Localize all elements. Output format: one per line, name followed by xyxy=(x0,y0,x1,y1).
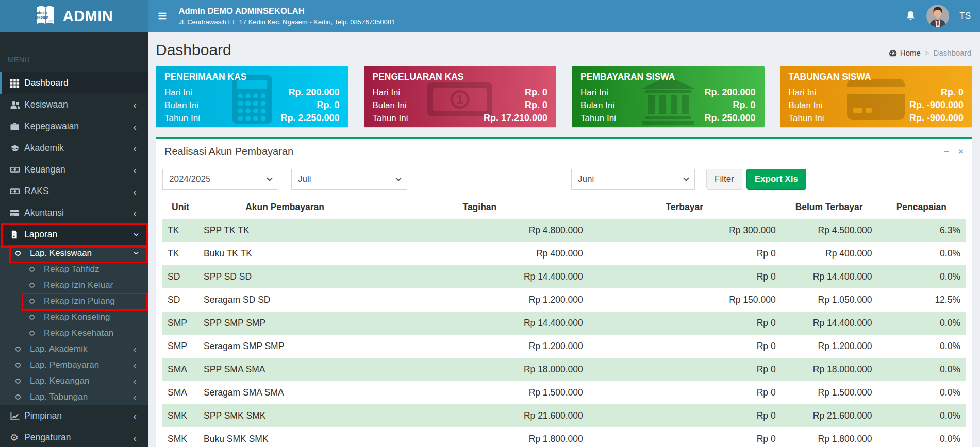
cell-pencapaian: 12.5% xyxy=(877,288,966,312)
sidebar-item-rekap-konseling[interactable]: Rekap Konseling xyxy=(0,309,148,325)
content-header: Dashboard Home > Dashboard xyxy=(156,32,972,66)
file-text-icon xyxy=(10,230,24,239)
circle-o-icon xyxy=(29,299,44,304)
sidebar-item-label: Pengaturan xyxy=(24,432,71,443)
cell-akun-pembayaran: SPP SMA SMA xyxy=(198,358,371,381)
info-box-period-label: Hari Ini xyxy=(373,86,401,99)
chevron-left-icon: ‹ xyxy=(133,164,137,175)
cell-akun-pembayaran: SPP TK TK xyxy=(198,219,371,242)
sidebar-item-label: RAKS xyxy=(24,186,49,197)
sidebar-item-lap-kesiswaan[interactable]: Lap. Kesiswaan‹ xyxy=(0,245,148,261)
info-box-value: Rp. 0 xyxy=(525,99,547,112)
sidebar-item-akuntansi[interactable]: Akuntansi‹ xyxy=(0,202,148,224)
info-box-period-label: Bulan Ini xyxy=(373,99,407,112)
sidebar-item-rekap-izin-pulang[interactable]: Rekap Izin Pulang xyxy=(0,293,148,309)
chevron-left-icon: ‹ xyxy=(133,375,137,386)
realisasi-table: UnitAkun PembayaranTagihanTerbayarBelum … xyxy=(162,200,966,447)
info-box-value: Rp. 200.000 xyxy=(288,86,339,99)
filter-row: 2024/2025 Juli Juni Filter Export Xls xyxy=(162,169,966,190)
chevron-down-icon xyxy=(683,175,689,181)
table-row: SMASeragam SMA SMARp 1.500.000Rp 0Rp 1.5… xyxy=(162,381,966,404)
month-end-select[interactable]: Juni xyxy=(571,169,695,190)
sidebar-item-kepegawaian[interactable]: Kepegawaian‹ xyxy=(0,115,148,137)
cell-unit: TK xyxy=(162,242,198,265)
sidebar-item-label: Laporan xyxy=(24,229,57,240)
info-box-value: Rp. 250.000 xyxy=(704,112,755,125)
close-icon[interactable]: × xyxy=(958,147,964,157)
cell-belum-terbayar: Rp 1.800.000 xyxy=(781,427,877,447)
cell-terbayar: Rp 0 xyxy=(588,265,781,288)
sidebar-item-rekap-kesehatan[interactable]: Rekap Kesehatan xyxy=(0,325,148,341)
chevron-left-icon: ‹ xyxy=(133,121,137,132)
sidebar-toggle-icon[interactable]: ≡ xyxy=(148,0,177,32)
sidebar-item-raks[interactable]: RAKS‹ xyxy=(0,180,148,202)
sidebar-item-label: Lap. Akademik xyxy=(30,344,88,354)
sidebar-item-lap-pembayaran[interactable]: Lap. Pembayaran‹ xyxy=(0,357,148,373)
sidebar-item-rekap-izin-keluar[interactable]: Rekap Izin Keluar xyxy=(0,277,148,293)
circle-o-icon xyxy=(15,347,30,352)
panel-header: Realisasi Akun Pembayaran − × xyxy=(162,139,966,163)
collapse-icon[interactable]: − xyxy=(944,147,949,157)
sidebar-item-kesiswaan[interactable]: Kesiswaan‹ xyxy=(0,94,148,115)
app-logo[interactable]: admin sekolah .net ADMIN xyxy=(0,0,148,32)
sidebar-item-akademik[interactable]: Akademik‹ xyxy=(0,137,148,159)
money-icon xyxy=(10,186,24,196)
user-avatar[interactable] xyxy=(926,5,949,27)
chevron-down-icon: ‹ xyxy=(129,251,140,255)
sidebar-item-lap-akademik[interactable]: Lap. Akademik‹ xyxy=(0,341,148,357)
chevron-left-icon: ‹ xyxy=(133,143,137,153)
cell-tagihan: Rp 1.200.000 xyxy=(371,335,588,358)
year-select[interactable]: 2024/2025 xyxy=(162,169,278,190)
cell-tagihan: Rp 400.000 xyxy=(371,242,588,265)
cell-belum-terbayar: Rp 1.200.000 xyxy=(781,335,877,358)
info-box-row: Hari IniRp. 200.000 xyxy=(580,86,756,99)
breadcrumb-home-link[interactable]: Home xyxy=(889,48,921,57)
cell-unit: SD xyxy=(162,265,198,288)
cell-belum-terbayar: Rp 4.500.000 xyxy=(781,219,877,242)
cell-terbayar: Rp 150.000 xyxy=(588,288,781,312)
month-start-select[interactable]: Juli xyxy=(291,169,407,190)
cell-pencapaian: 0.0% xyxy=(877,404,966,427)
notifications-bell-icon[interactable] xyxy=(905,10,916,22)
cell-unit: SMP xyxy=(162,312,198,335)
filter-button[interactable]: Filter xyxy=(706,169,742,190)
column-header-pencapaian: Pencapaian xyxy=(877,200,966,219)
cell-tagihan: Rp 21.600.000 xyxy=(371,404,588,427)
sidebar-item-dashboard[interactable]: Dashboard xyxy=(0,72,148,94)
sidebar-item-label: Rekap Konseling xyxy=(44,312,110,322)
sidebar-item-lap-keuangan[interactable]: Lap. Keuangan‹ xyxy=(0,373,148,389)
circle-o-icon xyxy=(15,379,30,384)
sidebar-item-laporan[interactable]: Laporan‹ xyxy=(0,224,148,245)
circle-o-icon xyxy=(29,331,44,336)
cell-tagihan: Rp 14.400.000 xyxy=(371,312,588,335)
sidebar-item-keuangan[interactable]: Keuangan‹ xyxy=(0,159,148,180)
sidebar-item-pengaturan[interactable]: ⚙Pengaturan‹ xyxy=(0,426,148,447)
sidebar-item-rekap-tahfidz[interactable]: Rekap Tahfidz xyxy=(0,261,148,277)
cell-akun-pembayaran: Seragam SD SD xyxy=(198,288,371,312)
export-xls-button[interactable]: Export Xls xyxy=(746,169,806,190)
chevron-down-icon xyxy=(395,175,401,181)
cell-unit: SMK xyxy=(162,427,198,447)
info-box-value: Rp. 0 xyxy=(941,86,964,99)
info-boxes-row: PENERIMAAN KASHari IniRp. 200.000Bulan I… xyxy=(156,66,972,127)
brand-logo-line2: sekolah xyxy=(35,15,48,20)
sidebar-item-pimpinan[interactable]: Pimpinan‹ xyxy=(0,405,148,426)
column-header-akun-pembayaran: Akun Pembayaran xyxy=(198,200,371,219)
info-box-value: Rp. 0 xyxy=(317,99,339,112)
info-box-period-label: Tahun Ini xyxy=(580,112,616,125)
info-box-penerimaan-kas: PENERIMAAN KASHari IniRp. 200.000Bulan I… xyxy=(156,66,348,127)
cell-belum-terbayar: Rp 21.600.000 xyxy=(781,404,877,427)
cell-belum-terbayar: Rp 400.000 xyxy=(781,242,877,265)
table-row: SMPSeragam SMP SMPRp 1.200.000Rp 0Rp 1.2… xyxy=(162,335,966,358)
breadcrumb-current: Dashboard xyxy=(934,48,971,57)
cell-akun-pembayaran: SPP SMP SMP xyxy=(198,312,371,335)
sidebar-item-label: Rekap Izin Pulang xyxy=(44,296,115,306)
cell-akun-pembayaran: Seragam SMA SMA xyxy=(198,381,371,404)
chevron-left-icon: ‹ xyxy=(133,208,137,218)
main-content: Dashboard Home > Dashboard PENERIMAAN KA… xyxy=(148,32,980,447)
credit-card-icon xyxy=(10,208,24,218)
chevron-left-icon: ‹ xyxy=(133,432,137,443)
breadcrumb-home-label: Home xyxy=(900,48,921,57)
sidebar-item-lap-tabungan[interactable]: Lap. Tabungan‹ xyxy=(0,389,148,405)
info-box-value: Rp. 200.000 xyxy=(704,86,755,99)
